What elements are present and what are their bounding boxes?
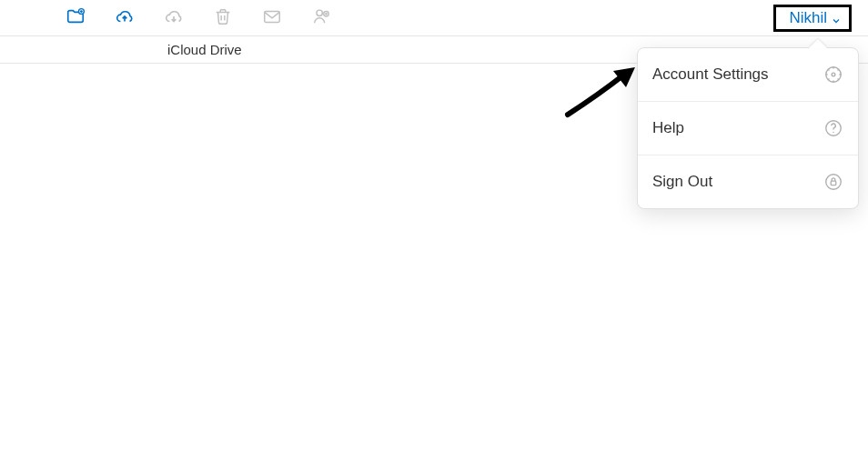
download-button[interactable]: [149, 0, 198, 36]
menu-item-label: Account Settings: [652, 65, 769, 84]
arrow-annotation-icon: [562, 58, 644, 125]
chevron-down-icon: [831, 13, 842, 24]
user-dropdown-menu: Account Settings Help Sign Out: [637, 47, 859, 209]
svg-point-7: [833, 132, 833, 133]
svg-rect-1: [265, 11, 280, 22]
delete-button[interactable]: [198, 0, 247, 36]
menu-item-label: Sign Out: [652, 173, 712, 191]
mail-icon: [262, 6, 282, 30]
menu-item-sign-out[interactable]: Sign Out: [638, 155, 858, 208]
upload-button[interactable]: [100, 0, 149, 36]
breadcrumb-current[interactable]: iCloud Drive: [167, 42, 242, 57]
email-button[interactable]: [247, 0, 297, 36]
lock-icon: [823, 172, 843, 192]
menu-item-help[interactable]: Help: [638, 102, 858, 155]
user-name-label: Nikhil: [789, 9, 827, 27]
toolbar-right-group: Nikhil: [773, 5, 852, 32]
gear-icon: [823, 65, 843, 85]
toolbar-left-group: [51, 0, 346, 36]
svg-point-5: [832, 73, 835, 76]
cloud-download-icon: [164, 6, 184, 30]
menu-item-account-settings[interactable]: Account Settings: [638, 48, 858, 102]
svg-rect-9: [831, 181, 836, 185]
question-icon: [823, 118, 843, 138]
new-folder-button[interactable]: [51, 0, 100, 36]
trash-icon: [213, 6, 233, 30]
user-menu-button[interactable]: Nikhil: [773, 5, 852, 32]
person-add-icon: [311, 6, 331, 30]
menu-item-label: Help: [652, 119, 684, 137]
folder-plus-icon: [66, 6, 86, 30]
cloud-upload-icon: [115, 6, 135, 30]
svg-point-2: [317, 10, 322, 15]
share-button[interactable]: [297, 0, 346, 36]
toolbar: Nikhil: [0, 0, 868, 36]
svg-point-8: [826, 175, 842, 190]
